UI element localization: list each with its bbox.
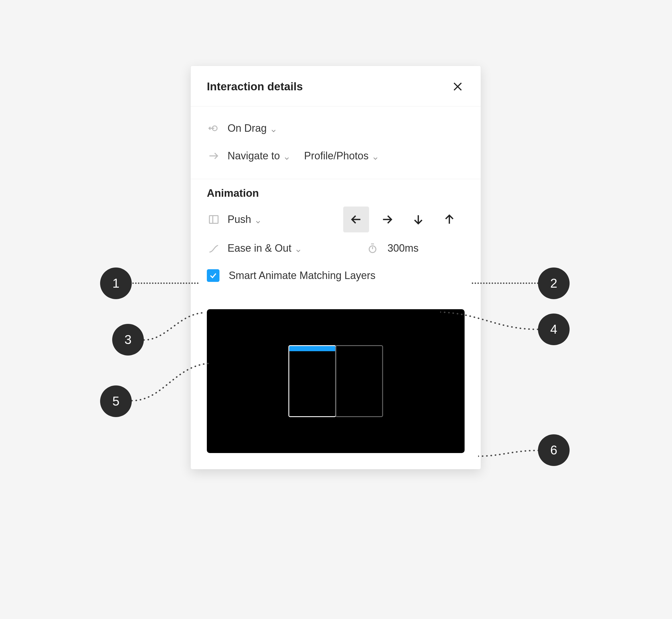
smart-animate-row: Smart Animate Matching Layers [207, 263, 465, 288]
direction-down-button[interactable] [405, 207, 431, 232]
easing-label: Ease in & Out [227, 242, 291, 254]
stopwatch-icon [365, 243, 380, 254]
close-icon [452, 81, 463, 92]
callout-line-1 [132, 282, 199, 284]
preview-frame-primary [288, 345, 336, 417]
action-row: Navigate to Profile/Photos [207, 142, 465, 170]
direction-left-button[interactable] [343, 207, 369, 232]
target-label: Profile/Photos [304, 150, 368, 162]
preview-frame-secondary [335, 345, 383, 417]
callout-badge-4: 4 [538, 314, 569, 345]
chevron-down-icon [283, 152, 290, 159]
interaction-details-panel: Interaction details On Drag Navigate to [190, 66, 481, 469]
chevron-down-icon [270, 125, 277, 132]
arrow-up-icon [443, 213, 456, 226]
easing-duration-row: Ease in & Out 300ms [207, 234, 465, 263]
animation-type-row: Push [207, 205, 465, 234]
callout-badge-6: 6 [538, 434, 569, 466]
callout-line-3 [144, 311, 207, 346]
chevron-down-icon [295, 245, 302, 252]
arrow-left-icon [350, 213, 362, 226]
callout-badge-1: 1 [100, 268, 132, 299]
callout-line-2 [472, 282, 539, 284]
direction-buttons [343, 207, 462, 232]
callout-line-6 [478, 448, 541, 459]
animation-section: Push [191, 202, 481, 302]
target-dropdown[interactable]: Profile/Photos [304, 150, 379, 162]
animation-type-dropdown[interactable]: Push [227, 213, 262, 225]
callout-badge-2: 2 [538, 268, 569, 299]
easing-curve-icon [207, 243, 221, 254]
panel-title: Interaction details [207, 80, 303, 93]
easing-dropdown[interactable]: Ease in & Out [227, 242, 302, 254]
action-label: Navigate to [227, 150, 280, 162]
check-icon [209, 272, 217, 280]
arrow-down-icon [412, 213, 424, 226]
svg-rect-1 [209, 216, 218, 223]
chevron-down-icon [255, 216, 262, 223]
smart-animate-label: Smart Animate Matching Layers [229, 270, 376, 282]
animation-section-title: Animation [191, 179, 481, 202]
drag-icon [207, 123, 221, 134]
trigger-row: On Drag [207, 115, 465, 142]
animation-preview[interactable] [207, 309, 465, 453]
direction-right-button[interactable] [374, 207, 400, 232]
animation-type-label: Push [227, 213, 251, 225]
push-icon [207, 214, 221, 225]
trigger-dropdown[interactable]: On Drag [227, 122, 277, 134]
action-dropdown[interactable]: Navigate to [227, 150, 290, 162]
navigate-icon [207, 150, 221, 162]
arrow-right-icon [381, 213, 394, 226]
callout-badge-5: 5 [100, 386, 132, 417]
trigger-label: On Drag [227, 122, 267, 134]
trigger-action-section: On Drag Navigate to Profile/Photos [191, 107, 481, 179]
duration-value[interactable]: 300ms [388, 242, 418, 254]
preview-status-bar [289, 346, 335, 351]
callout-line-4 [440, 311, 541, 339]
callout-badge-3: 3 [112, 324, 144, 355]
direction-up-button[interactable] [436, 207, 462, 232]
preview-frames [288, 345, 383, 417]
panel-header: Interaction details [191, 66, 481, 106]
callout-line-5 [132, 362, 212, 408]
chevron-down-icon [372, 152, 379, 159]
close-button[interactable] [451, 80, 465, 93]
duration-group: 300ms [365, 242, 465, 254]
smart-animate-checkbox[interactable] [207, 269, 219, 282]
